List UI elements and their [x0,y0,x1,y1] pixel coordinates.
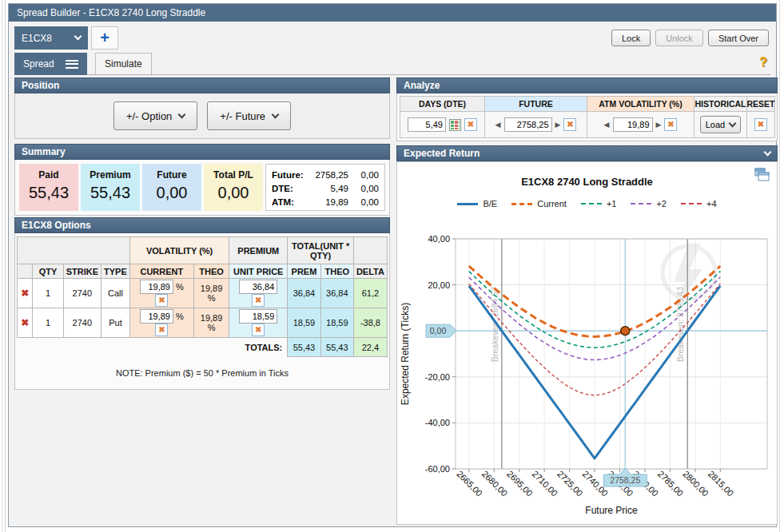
add-option-button[interactable]: +/- Option [113,101,197,130]
menu-icon[interactable] [66,60,78,69]
summary-panel-header: Summary [14,144,390,160]
cell-prem: 18,59 [288,308,320,338]
options-panel-body: VOLATILITY (%) PREMIUM TOTAL(UNIT * QTY)… [14,233,390,390]
analyze-panel: Analyze DAYS (DTE) FUTURE ATM VOLATILITY… [396,77,778,141]
summary-info-row: ATM: 19,89 0,00 [272,196,379,209]
svg-text:Breakeven: 2795,43: Breakeven: 2795,43 [675,287,685,362]
analyze-panel-body: DAYS (DTE) FUTURE ATM VOLATILITY (%) HIS… [396,93,778,141]
totals-theo: 55,43 [320,338,353,357]
lock-button[interactable]: Lock [611,30,651,46]
add-future-button[interactable]: +/- Future [207,101,291,130]
analyze-panel-header: Analyze [396,77,778,93]
col-header-current: CURRENT [129,264,193,279]
legend-item-+4: +4 [681,199,717,208]
step-up-icon[interactable]: ▶ [656,121,662,129]
clear-icon[interactable]: ✖ [155,324,168,336]
premium-value: 55,43 [81,184,140,202]
unlock-button[interactable]: Unlock [655,30,703,46]
group-header-premium: PREMIUM [229,237,288,264]
group-header-empty [18,237,130,264]
current-vol-input[interactable] [140,309,173,324]
future-value: 0,00 [142,184,201,202]
chevron-down-icon [729,119,737,127]
summary-premium-box: Premium 55,43 [81,164,140,211]
spread-builder-window: Spread Builder - E1CX8 2740 Long Straddl… [8,3,777,527]
svg-text:-60,00: -60,00 [425,464,450,474]
summary-panel-title: Summary [22,145,66,159]
step-up-icon[interactable]: ▶ [555,121,561,129]
svg-text:2665,00: 2665,00 [455,469,484,498]
svg-text:-40,00: -40,00 [425,418,450,427]
info-future-label: Future: [272,169,310,182]
clear-icon[interactable]: ✖ [252,324,265,336]
summary-total-pl-box: Total P/L 0,00 [204,164,263,211]
legend-item-+2: +2 [631,199,667,208]
svg-text:Future Price: Future Price [585,505,638,516]
atm-vol-input[interactable] [613,117,653,132]
total-pl-value: 0,00 [204,184,263,202]
col-header-unit-price: UNIT PRICE [229,264,288,279]
expected-return-chart: E1CX8 2740 Long Straddle B/ECurrent+1+2+… [396,161,778,525]
cell-delta: -38,8 [353,308,387,338]
dte-input[interactable] [408,117,446,132]
info-dte-value: 5,49 [310,182,348,196]
add-option-label: +/- Option [126,110,172,122]
summary-panel: Summary Paid 55,43 Premium 55,43 Future … [14,144,390,216]
cell-type: Put [101,308,129,338]
svg-text:20,00: 20,00 [428,280,450,290]
svg-text:2725,00: 2725,00 [555,469,585,498]
add-future-label: +/- Future [220,110,265,122]
calendar-icon[interactable] [449,119,461,131]
clear-icon[interactable]: ✖ [252,294,265,307]
totals-label: TOTALS: [18,338,288,357]
chart-title: E1CX8 2740 Long Straddle [397,176,777,188]
start-over-button[interactable]: Start Over [708,30,769,46]
instrument-tab[interactable]: E1CX8 [14,26,88,50]
options-table: VOLATILITY (%) PREMIUM TOTAL(UNIT * QTY)… [17,236,388,357]
expected-return-header: Expected Return [396,145,778,161]
summary-info-row: Future: 2758,25 0,00 [272,169,379,182]
summary-future-box: Future 0,00 [142,164,201,211]
legend-item-be: B/E [457,199,497,208]
delete-row-icon[interactable]: ✖ [21,288,29,299]
clear-icon[interactable]: ✖ [664,118,677,131]
reset-icon[interactable]: ✖ [754,118,767,131]
collapse-chevron-icon[interactable] [764,148,772,156]
help-icon[interactable]: ? [759,55,767,69]
expected-return-panel: Expected Return [396,145,778,161]
legend-item-+1: +1 [581,199,617,208]
unit-price-input[interactable] [239,309,277,324]
analyze-header-future: FUTURE [484,96,587,112]
totals-row: TOTALS: 55,43 55,43 22,4 [18,338,388,357]
svg-text:Expected Return (Ticks): Expected Return (Ticks) [400,303,411,405]
unit-price-input[interactable] [239,280,277,294]
future-label: Future [142,169,201,181]
svg-text:0,00: 0,00 [430,326,447,335]
tab-spread-label: Spread [23,58,54,69]
clear-icon[interactable]: ✖ [563,118,576,131]
totals-prem: 55,43 [288,338,320,357]
current-vol-input[interactable] [140,280,173,294]
chart-legend: B/ECurrent+1+2+4 [397,199,777,208]
delete-row-icon[interactable]: ✖ [21,317,29,328]
load-button[interactable]: Load [700,116,741,133]
tab-simulate[interactable]: Simulate [95,53,152,74]
svg-text:-20,00: -20,00 [425,372,450,382]
step-down-icon[interactable]: ◀ [495,121,501,129]
col-header-delta: DELTA [353,264,387,279]
step-down-icon[interactable]: ◀ [604,121,610,129]
clear-icon[interactable]: ✖ [155,294,168,307]
analyze-header-reset: RESET [746,96,775,112]
group-header-total: TOTAL(UNIT * QTY) [288,237,354,264]
options-panel: E1CX8 Options VOLATILITY (%) PREMIUM TOT… [14,217,390,390]
total-pl-label: Total P/L [204,169,263,181]
tab-spread[interactable]: Spread [14,53,87,75]
cell-theo: 36,84 [320,279,353,308]
add-instrument-button[interactable]: + [91,26,118,50]
svg-text:40,00: 40,00 [428,234,450,244]
future-price-input[interactable] [504,117,552,132]
info-future-change: 0,00 [348,169,379,182]
clear-icon[interactable]: ✖ [464,118,477,131]
analyze-panel-title: Analyze [404,78,440,93]
tab-simulate-label: Simulate [105,58,142,69]
